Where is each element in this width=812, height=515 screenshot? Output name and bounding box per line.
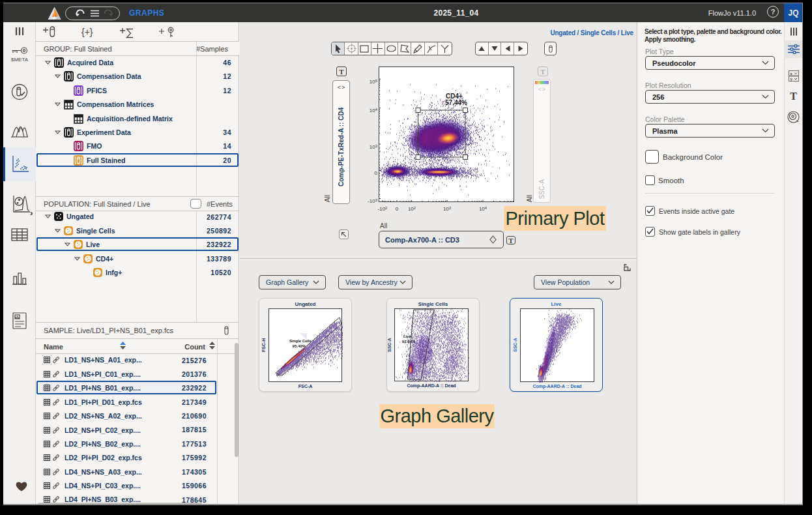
svg-text:Single Cells: Single Cells (289, 339, 312, 343)
svg-text:95.40%: 95.40% (293, 344, 306, 348)
svg-text:Live: Live (403, 334, 412, 338)
svg-text:92.84%: 92.84% (402, 340, 416, 344)
svg-text:x: x (790, 72, 793, 76)
svg-text:57.44%: 57.44% (445, 99, 467, 106)
svg-text:y: y (790, 77, 793, 81)
